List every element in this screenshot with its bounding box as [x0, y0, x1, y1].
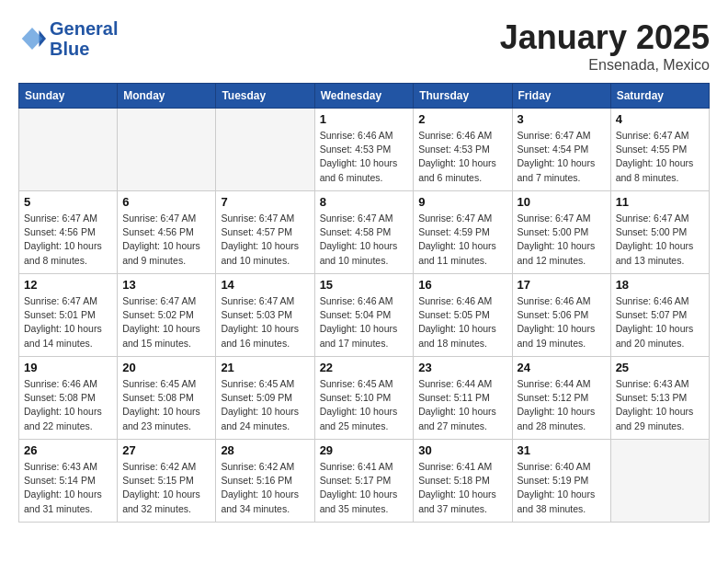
day-info: Sunrise: 6:42 AM Sunset: 5:16 PM Dayligh…: [221, 460, 309, 516]
calendar-cell: 4Sunrise: 6:47 AM Sunset: 4:55 PM Daylig…: [610, 109, 709, 191]
calendar-cell: 26Sunrise: 6:43 AM Sunset: 5:14 PM Dayli…: [19, 440, 118, 523]
calendar-cell: 22Sunrise: 6:45 AM Sunset: 5:10 PM Dayli…: [314, 357, 414, 440]
calendar-cell: 18Sunrise: 6:46 AM Sunset: 5:07 PM Dayli…: [610, 274, 709, 357]
logo-line1: General: [50, 18, 118, 39]
calendar-cell: [216, 109, 314, 191]
day-info: Sunrise: 6:41 AM Sunset: 5:17 PM Dayligh…: [320, 460, 409, 516]
page-header: General Blue January 2025 Ensenada, Mexi…: [18, 18, 710, 74]
calendar-cell: [19, 109, 118, 191]
day-number: 5: [24, 195, 112, 209]
day-number: 26: [24, 443, 112, 457]
day-info: Sunrise: 6:47 AM Sunset: 4:56 PM Dayligh…: [122, 212, 210, 268]
calendar-cell: 24Sunrise: 6:44 AM Sunset: 5:12 PM Dayli…: [512, 357, 610, 440]
calendar-cell: 7Sunrise: 6:47 AM Sunset: 4:57 PM Daylig…: [216, 191, 314, 274]
week-row-1: 1Sunrise: 6:46 AM Sunset: 4:53 PM Daylig…: [19, 109, 710, 191]
calendar-cell: 10Sunrise: 6:47 AM Sunset: 5:00 PM Dayli…: [512, 191, 610, 274]
day-info: Sunrise: 6:44 AM Sunset: 5:12 PM Dayligh…: [518, 377, 606, 433]
day-info: Sunrise: 6:47 AM Sunset: 5:00 PM Dayligh…: [518, 212, 606, 268]
calendar-table: SundayMondayTuesdayWednesdayThursdayFrid…: [18, 83, 710, 523]
day-info: Sunrise: 6:47 AM Sunset: 4:55 PM Dayligh…: [616, 129, 704, 185]
day-info: Sunrise: 6:46 AM Sunset: 5:06 PM Dayligh…: [518, 294, 606, 350]
weekday-header-sunday: Sunday: [19, 84, 118, 109]
day-info: Sunrise: 6:41 AM Sunset: 5:18 PM Dayligh…: [418, 460, 506, 516]
day-info: Sunrise: 6:45 AM Sunset: 5:08 PM Dayligh…: [122, 377, 210, 433]
calendar-cell: 15Sunrise: 6:46 AM Sunset: 5:04 PM Dayli…: [314, 274, 414, 357]
logo-icon: [18, 25, 46, 52]
day-info: Sunrise: 6:47 AM Sunset: 4:59 PM Dayligh…: [418, 212, 506, 268]
calendar-cell: 17Sunrise: 6:46 AM Sunset: 5:06 PM Dayli…: [512, 274, 610, 357]
day-info: Sunrise: 6:46 AM Sunset: 4:53 PM Dayligh…: [320, 129, 409, 185]
day-number: 7: [221, 195, 309, 209]
calendar-cell: 30Sunrise: 6:41 AM Sunset: 5:18 PM Dayli…: [414, 440, 512, 523]
day-info: Sunrise: 6:47 AM Sunset: 4:54 PM Dayligh…: [518, 129, 606, 185]
day-info: Sunrise: 6:45 AM Sunset: 5:09 PM Dayligh…: [221, 377, 309, 433]
day-number: 25: [616, 361, 704, 374]
calendar-cell: 28Sunrise: 6:42 AM Sunset: 5:16 PM Dayli…: [216, 440, 314, 523]
day-number: 29: [320, 443, 409, 457]
day-info: Sunrise: 6:43 AM Sunset: 5:14 PM Dayligh…: [24, 460, 112, 516]
day-number: 10: [518, 195, 606, 209]
logo-line2: Blue: [50, 39, 118, 59]
day-info: Sunrise: 6:46 AM Sunset: 5:04 PM Dayligh…: [320, 294, 409, 350]
day-number: 18: [616, 278, 704, 292]
day-info: Sunrise: 6:47 AM Sunset: 4:57 PM Dayligh…: [221, 212, 309, 268]
calendar-cell: 19Sunrise: 6:46 AM Sunset: 5:08 PM Dayli…: [19, 357, 118, 440]
calendar-cell: 27Sunrise: 6:42 AM Sunset: 5:15 PM Dayli…: [118, 440, 216, 523]
weekday-header-thursday: Thursday: [414, 84, 512, 109]
calendar-cell: 13Sunrise: 6:47 AM Sunset: 5:02 PM Dayli…: [118, 274, 216, 357]
title-block: January 2025 Ensenada, Mexico: [500, 18, 710, 74]
day-number: 4: [616, 112, 704, 126]
day-number: 8: [320, 195, 409, 209]
calendar-cell: 16Sunrise: 6:46 AM Sunset: 5:05 PM Dayli…: [414, 274, 512, 357]
month-title: January 2025: [500, 18, 710, 57]
day-number: 22: [320, 361, 409, 374]
calendar-cell: 29Sunrise: 6:41 AM Sunset: 5:17 PM Dayli…: [314, 440, 414, 523]
weekday-header-monday: Monday: [118, 84, 216, 109]
day-info: Sunrise: 6:47 AM Sunset: 5:00 PM Dayligh…: [616, 212, 704, 268]
day-info: Sunrise: 6:47 AM Sunset: 4:58 PM Dayligh…: [320, 212, 409, 268]
day-number: 13: [122, 278, 210, 292]
day-number: 28: [221, 443, 309, 457]
day-info: Sunrise: 6:43 AM Sunset: 5:13 PM Dayligh…: [616, 377, 704, 433]
calendar-cell: 3Sunrise: 6:47 AM Sunset: 4:54 PM Daylig…: [512, 109, 610, 191]
weekday-header-friday: Friday: [512, 84, 610, 109]
calendar-cell: 1Sunrise: 6:46 AM Sunset: 4:53 PM Daylig…: [314, 109, 414, 191]
day-info: Sunrise: 6:47 AM Sunset: 4:56 PM Dayligh…: [24, 212, 112, 268]
weekday-header-tuesday: Tuesday: [216, 84, 314, 109]
calendar-cell: 14Sunrise: 6:47 AM Sunset: 5:03 PM Dayli…: [216, 274, 314, 357]
day-info: Sunrise: 6:47 AM Sunset: 5:02 PM Dayligh…: [122, 294, 210, 350]
day-info: Sunrise: 6:46 AM Sunset: 4:53 PM Dayligh…: [418, 129, 506, 185]
calendar-cell: 21Sunrise: 6:45 AM Sunset: 5:09 PM Dayli…: [216, 357, 314, 440]
calendar-cell: 6Sunrise: 6:47 AM Sunset: 4:56 PM Daylig…: [118, 191, 216, 274]
logo-text: General Blue: [50, 18, 118, 59]
day-number: 9: [418, 195, 506, 209]
calendar-cell: 23Sunrise: 6:44 AM Sunset: 5:11 PM Dayli…: [414, 357, 512, 440]
day-number: 1: [320, 112, 409, 126]
day-number: 21: [221, 361, 309, 374]
day-info: Sunrise: 6:42 AM Sunset: 5:15 PM Dayligh…: [122, 460, 210, 516]
day-info: Sunrise: 6:47 AM Sunset: 5:01 PM Dayligh…: [24, 294, 112, 350]
location: Ensenada, Mexico: [500, 57, 710, 74]
day-info: Sunrise: 6:46 AM Sunset: 5:05 PM Dayligh…: [418, 294, 506, 350]
week-row-4: 19Sunrise: 6:46 AM Sunset: 5:08 PM Dayli…: [19, 357, 710, 440]
day-info: Sunrise: 6:45 AM Sunset: 5:10 PM Dayligh…: [320, 377, 409, 433]
calendar-cell: 8Sunrise: 6:47 AM Sunset: 4:58 PM Daylig…: [314, 191, 414, 274]
weekday-header-saturday: Saturday: [610, 84, 709, 109]
week-row-5: 26Sunrise: 6:43 AM Sunset: 5:14 PM Dayli…: [19, 440, 710, 523]
day-number: 12: [24, 278, 112, 292]
day-number: 24: [518, 361, 606, 374]
day-number: 27: [122, 443, 210, 457]
logo: General Blue: [18, 18, 118, 59]
week-row-2: 5Sunrise: 6:47 AM Sunset: 4:56 PM Daylig…: [19, 191, 710, 274]
calendar-cell: 11Sunrise: 6:47 AM Sunset: 5:00 PM Dayli…: [610, 191, 709, 274]
day-number: 31: [518, 443, 606, 457]
calendar-cell: 20Sunrise: 6:45 AM Sunset: 5:08 PM Dayli…: [118, 357, 216, 440]
day-number: 23: [418, 361, 506, 374]
day-number: 11: [616, 195, 704, 209]
day-info: Sunrise: 6:40 AM Sunset: 5:19 PM Dayligh…: [518, 460, 606, 516]
weekday-header-row: SundayMondayTuesdayWednesdayThursdayFrid…: [19, 84, 710, 109]
calendar-cell: 25Sunrise: 6:43 AM Sunset: 5:13 PM Dayli…: [610, 357, 709, 440]
day-number: 14: [221, 278, 309, 292]
calendar-cell: 2Sunrise: 6:46 AM Sunset: 4:53 PM Daylig…: [414, 109, 512, 191]
calendar-cell: 12Sunrise: 6:47 AM Sunset: 5:01 PM Dayli…: [19, 274, 118, 357]
